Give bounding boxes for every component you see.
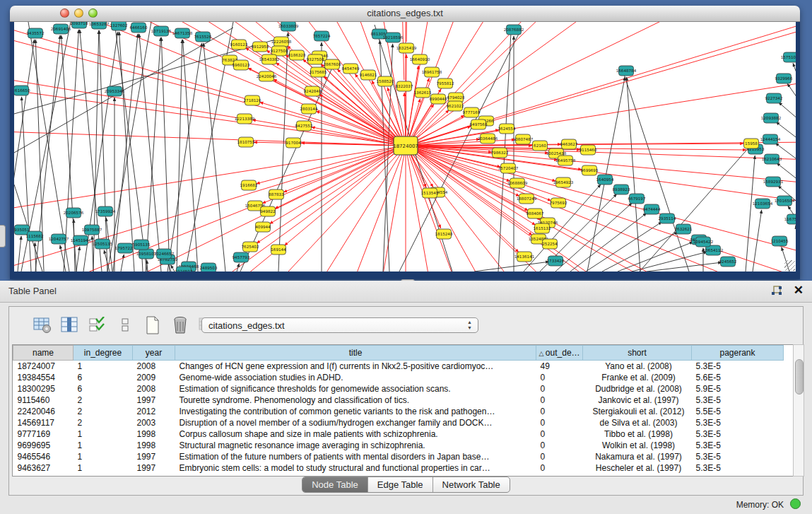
graph-edge <box>622 68 689 271</box>
window-resize-grip[interactable] <box>784 260 795 271</box>
table-cell: Investigating the contribution of common… <box>175 406 536 417</box>
table-cell: Tibbo et al. (1998) <box>583 428 692 440</box>
tab-network-table[interactable]: Network Table <box>433 477 510 492</box>
table-vertical-scrollbar[interactable] <box>793 344 804 477</box>
table-cell: 0 <box>536 451 583 462</box>
table-cell: Genome-wide association studies in ADHD. <box>175 372 536 383</box>
table-cell: Nakamura et al. (1997) <box>583 451 692 462</box>
table-cell: 14569117 <box>13 417 73 428</box>
table-tabs-row: Node TableEdge TableNetwork Table <box>9 477 803 495</box>
table-cell: 9777169 <box>13 428 73 440</box>
graph-edge <box>542 216 796 271</box>
graph-edge <box>570 213 647 271</box>
graph-node-label: 10719135 <box>151 29 172 33</box>
citation-network-graph[interactable]: 9435572206914062093718106532871327602646… <box>14 22 796 271</box>
table-row[interactable]: 946554611997Estimation of the future num… <box>13 451 784 462</box>
graph-node-label: 1810755 <box>237 140 255 144</box>
graph-node-label: 16543382 <box>259 57 279 62</box>
table-row[interactable]: 977716911998Corpus callosum shape and si… <box>13 428 784 440</box>
graph-node-label: 10807487 <box>513 137 534 141</box>
graph-node-label: 5905135 <box>133 243 151 247</box>
show-columns-icon[interactable] <box>61 316 79 334</box>
float-panel-icon[interactable] <box>771 286 782 296</box>
table-row[interactable]: 1872400712008Changes of HCN gene express… <box>13 361 784 373</box>
column-header-year[interactable]: year <box>133 346 175 361</box>
new-table-icon[interactable] <box>143 316 162 334</box>
network-canvas[interactable]: 9435572206914062093718106532871327602646… <box>14 22 796 271</box>
panel-collapse-handle[interactable] <box>0 225 6 247</box>
graph-node-label: 169144 <box>271 247 286 252</box>
table-row[interactable]: 1456911722003Disruption of a novel membe… <box>13 417 784 428</box>
table-cell: 0 <box>536 462 583 474</box>
graph-node-label: 18724007 <box>393 144 418 149</box>
table-selector-value: citations_edges.txt <box>208 320 285 331</box>
graph-node-label: 9127508 <box>271 49 288 53</box>
graph-node-label: 9146821 <box>360 73 377 77</box>
dropdown-stepper-icon: ▲▼ <box>467 320 472 331</box>
network-window-titlebar[interactable]: citations_edges.txt <box>10 6 800 22</box>
graph-node-label: 10653287 <box>89 22 110 26</box>
graph-node-label: 9115460 <box>579 148 597 152</box>
table-row[interactable]: 911546021997Tourette syndrome. Phenomeno… <box>13 395 784 406</box>
graph-node-label: 14671358 <box>172 31 193 35</box>
row-height-icon[interactable] <box>116 316 134 334</box>
column-header-short[interactable]: short <box>583 346 692 361</box>
memory-status-label[interactable]: Memory: OK <box>736 500 784 510</box>
graph-node-label: 2718126 <box>244 98 261 103</box>
graph-node-label: 20364486 <box>478 136 498 141</box>
table-cell: 2003 <box>133 417 175 428</box>
table-row[interactable]: 1938455462009Genome-wide association stu… <box>13 372 784 383</box>
table-cell: 5.5E-5 <box>692 406 784 417</box>
memory-ok-led <box>790 498 801 509</box>
column-header-pagerank[interactable]: pagerank <box>692 346 784 361</box>
table-browser: f(x) citations_edges.txt ▲▼ namein_degre… <box>8 306 804 496</box>
table-cell: Wolkin et al. (1998) <box>583 440 692 451</box>
table-row[interactable]: 946362711997Embryonic stem cells: a mode… <box>13 462 784 474</box>
column-header-name[interactable]: name <box>13 346 73 361</box>
status-bar: Memory: OK <box>0 495 812 514</box>
table-cell: 0 <box>536 440 583 451</box>
column-header-in_degree[interactable]: in_degree <box>73 346 133 361</box>
table-cell: 2 <box>73 395 133 406</box>
sort-ascending-icon: △ <box>539 350 545 357</box>
table-row[interactable]: 2242004622012Investigating the contribut… <box>13 406 784 417</box>
graph-node-label: 7986322 <box>491 151 509 155</box>
table-cell: 2 <box>73 417 133 428</box>
table-cell: 18724007 <box>13 361 73 373</box>
table-cell: Structural magnetic resonance image aver… <box>175 440 536 451</box>
graph-node-label: 1362615 <box>414 90 432 95</box>
table-row[interactable]: 1830029562008Estimation of significance … <box>13 383 784 395</box>
graph-edge <box>35 243 36 271</box>
table-selector-dropdown[interactable]: citations_edges.txt ▲▼ <box>201 317 478 333</box>
table-cell: 19384554 <box>13 372 73 383</box>
graph-node-label: 15958 <box>745 141 758 146</box>
graph-node-label: 12103654 <box>753 201 773 206</box>
column-header-title[interactable]: title <box>175 346 536 361</box>
graph-node-label: 9474444 <box>643 207 661 211</box>
graph-node-label: 6679197 <box>628 197 646 201</box>
graph-node-label: 7857224 <box>313 34 331 38</box>
table-cell: 1997 <box>133 395 175 406</box>
table-cell: 0 <box>536 428 583 440</box>
table-cell: 5.3E-5 <box>692 395 784 406</box>
tab-edge-table[interactable]: Edge Table <box>368 477 433 492</box>
table-mode-icon[interactable] <box>33 316 52 334</box>
graph-node-label: 9435572 <box>27 31 45 35</box>
graph-node-label: 8186328 <box>288 53 306 57</box>
table-row[interactable]: 969969511998Structural magnetic resonanc… <box>13 440 784 451</box>
graph-node-label: 252254 <box>542 242 558 246</box>
graph-edge <box>746 156 755 271</box>
graph-node-label: 1733426 <box>547 259 565 263</box>
graph-node-label: 19218596 <box>383 35 404 40</box>
delete-column-trash-icon[interactable] <box>171 316 189 334</box>
column-header-out_de[interactable]: △ out_de… <box>536 346 583 361</box>
scrollbar-thumb[interactable] <box>795 359 804 395</box>
table-cell: 0 <box>536 406 583 417</box>
tab-node-table[interactable]: Node Table <box>302 477 368 492</box>
close-panel-icon[interactable]: ✕ <box>794 284 804 297</box>
graph-node-label: 6497568 <box>470 122 488 127</box>
graph-edge <box>406 22 409 42</box>
graph-node-label: 7955812 <box>437 81 454 86</box>
graph-node-label: 12213389 <box>235 117 255 121</box>
row-select-icon[interactable] <box>88 316 107 334</box>
